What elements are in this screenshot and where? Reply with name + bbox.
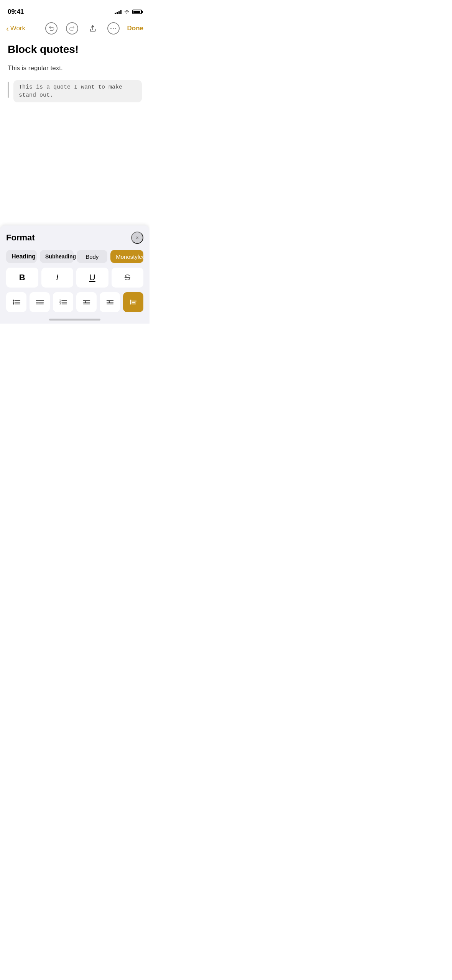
- style-heading-button[interactable]: Heading: [6, 250, 37, 263]
- svg-rect-26: [132, 301, 136, 301]
- align-right-button[interactable]: [76, 292, 97, 312]
- bullet-list-icon: [12, 298, 21, 306]
- note-title[interactable]: Block quotes!: [8, 43, 142, 56]
- more-dot-3: [115, 28, 116, 29]
- share-icon: [89, 24, 97, 33]
- more-dot-1: [110, 28, 112, 29]
- undo-icon: [48, 25, 54, 31]
- nav-bar: ‹ Work: [0, 18, 150, 38]
- underline-button[interactable]: U: [76, 268, 108, 288]
- svg-point-1: [13, 300, 14, 301]
- indent-increase-button[interactable]: [100, 292, 120, 312]
- undo-circle: [45, 22, 58, 35]
- format-title: Format: [6, 233, 35, 243]
- italic-button[interactable]: I: [41, 268, 74, 288]
- svg-text:3: 3: [59, 302, 61, 305]
- underline-label: U: [89, 273, 95, 283]
- format-buttons-row: B I U S: [6, 268, 143, 288]
- more-button[interactable]: [107, 21, 120, 35]
- numbered-list-button[interactable]: 1 2 3: [53, 292, 73, 312]
- more-dot-2: [113, 28, 114, 29]
- indent-increase-icon: [106, 298, 114, 306]
- list-align-row: 1 2 3: [6, 292, 143, 312]
- blockquote-button[interactable]: [123, 292, 143, 312]
- svg-rect-25: [130, 300, 131, 305]
- strikethrough-button[interactable]: S: [112, 268, 144, 288]
- redo-icon: [69, 25, 75, 31]
- bullet-list-button[interactable]: [6, 292, 26, 312]
- blockquote-text[interactable]: This is a quote I want to make stand out…: [13, 80, 142, 102]
- dashed-list-button[interactable]: [30, 292, 50, 312]
- italic-label: I: [56, 273, 58, 283]
- format-panel: Format × Heading Subheading Body Monosty…: [0, 225, 150, 324]
- status-icons: [115, 10, 142, 14]
- signal-bars-icon: [115, 10, 122, 14]
- svg-rect-28: [132, 304, 136, 304]
- note-content: Block quotes! This is regular text. This…: [0, 38, 150, 110]
- svg-point-2: [13, 301, 14, 303]
- wifi-icon: [124, 10, 130, 14]
- format-header: Format ×: [6, 232, 143, 244]
- status-bar: 09:41: [0, 0, 150, 18]
- style-subheading-button[interactable]: Subheading: [40, 250, 74, 263]
- bold-label: B: [19, 273, 25, 283]
- blockquote-bar: [8, 82, 9, 98]
- close-icon: ×: [136, 235, 139, 241]
- style-monostyled-button[interactable]: Monostyled: [110, 250, 143, 263]
- note-body-text[interactable]: This is regular text.: [8, 64, 142, 73]
- nav-actions: Done: [44, 21, 144, 35]
- text-style-row: Heading Subheading Body Monostyled: [6, 250, 143, 263]
- more-circle: [107, 22, 120, 35]
- numbered-list-icon: 1 2 3: [59, 298, 67, 306]
- redo-button[interactable]: [65, 21, 79, 35]
- format-close-button[interactable]: ×: [131, 232, 143, 244]
- back-button[interactable]: ‹ Work: [6, 25, 25, 32]
- strike-label: S: [125, 273, 130, 283]
- undo-button[interactable]: [44, 21, 58, 35]
- svg-point-3: [13, 303, 14, 305]
- blockquote-wrapper: This is a quote I want to make stand out…: [8, 80, 142, 102]
- battery-icon: [132, 10, 142, 14]
- status-time: 09:41: [8, 8, 24, 16]
- done-button[interactable]: Done: [127, 25, 144, 32]
- blockquote-icon: [129, 298, 138, 306]
- style-body-button[interactable]: Body: [77, 250, 107, 263]
- svg-rect-27: [132, 302, 135, 303]
- dashed-list-icon: [36, 298, 44, 306]
- back-chevron-icon: ‹: [6, 25, 9, 32]
- back-label: Work: [10, 25, 25, 32]
- redo-circle: [66, 22, 78, 35]
- home-indicator: [49, 319, 100, 321]
- share-button[interactable]: [86, 21, 100, 35]
- bold-button[interactable]: B: [6, 268, 38, 288]
- align-right-icon: [82, 298, 91, 306]
